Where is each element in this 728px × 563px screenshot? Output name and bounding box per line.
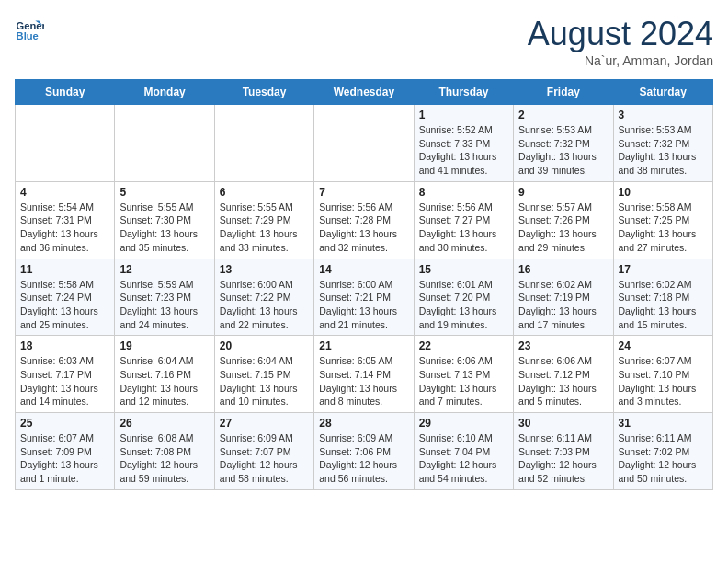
day-info: Sunrise: 6:06 AM Sunset: 7:12 PM Dayligh… bbox=[518, 354, 608, 408]
day-number: 15 bbox=[419, 263, 508, 276]
header-wednesday: Wednesday bbox=[314, 80, 414, 105]
day-cell: 12Sunrise: 5:59 AM Sunset: 7:23 PM Dayli… bbox=[115, 259, 214, 336]
header-thursday: Thursday bbox=[414, 80, 513, 105]
day-cell: 21Sunrise: 6:05 AM Sunset: 7:14 PM Dayli… bbox=[314, 336, 414, 413]
day-info: Sunrise: 5:52 AM Sunset: 7:33 PM Dayligh… bbox=[419, 123, 508, 178]
day-info: Sunrise: 6:10 AM Sunset: 7:04 PM Dayligh… bbox=[419, 431, 508, 486]
day-cell bbox=[314, 105, 414, 182]
day-info: Sunrise: 5:53 AM Sunset: 7:32 PM Dayligh… bbox=[518, 123, 608, 178]
day-cell: 26Sunrise: 6:08 AM Sunset: 7:08 PM Dayli… bbox=[115, 413, 214, 490]
day-info: Sunrise: 5:57 AM Sunset: 7:26 PM Dayligh… bbox=[518, 201, 608, 255]
day-info: Sunrise: 6:09 AM Sunset: 7:07 PM Dayligh… bbox=[220, 431, 309, 486]
header-tuesday: Tuesday bbox=[214, 80, 313, 105]
svg-text:Blue: Blue bbox=[17, 30, 39, 41]
day-number: 29 bbox=[419, 417, 508, 430]
week-row-4: 18Sunrise: 6:03 AM Sunset: 7:17 PM Dayli… bbox=[16, 336, 713, 413]
day-cell bbox=[16, 105, 115, 182]
day-number: 21 bbox=[319, 339, 408, 352]
day-info: Sunrise: 6:08 AM Sunset: 7:08 PM Dayligh… bbox=[119, 431, 209, 486]
day-info: Sunrise: 5:53 AM Sunset: 7:32 PM Dayligh… bbox=[619, 123, 708, 178]
week-row-5: 25Sunrise: 6:07 AM Sunset: 7:09 PM Dayli… bbox=[16, 413, 713, 490]
day-number: 19 bbox=[119, 339, 209, 352]
day-number: 31 bbox=[619, 417, 708, 430]
day-cell: 20Sunrise: 6:04 AM Sunset: 7:15 PM Dayli… bbox=[214, 336, 313, 413]
day-cell: 30Sunrise: 6:11 AM Sunset: 7:03 PM Dayli… bbox=[514, 413, 613, 490]
header-friday: Friday bbox=[514, 80, 613, 105]
day-info: Sunrise: 6:02 AM Sunset: 7:19 PM Dayligh… bbox=[518, 278, 608, 332]
day-number: 4 bbox=[20, 186, 109, 199]
day-number: 10 bbox=[619, 186, 708, 199]
logo-icon: General Blue bbox=[15, 15, 44, 44]
day-number: 22 bbox=[419, 339, 508, 352]
day-info: Sunrise: 5:56 AM Sunset: 7:28 PM Dayligh… bbox=[319, 201, 408, 255]
day-number: 18 bbox=[20, 339, 109, 352]
day-cell: 6Sunrise: 5:55 AM Sunset: 7:29 PM Daylig… bbox=[214, 181, 313, 259]
day-info: Sunrise: 6:07 AM Sunset: 7:10 PM Dayligh… bbox=[619, 354, 708, 408]
day-cell: 19Sunrise: 6:04 AM Sunset: 7:16 PM Dayli… bbox=[115, 336, 214, 413]
day-number: 11 bbox=[20, 263, 109, 276]
day-info: Sunrise: 5:55 AM Sunset: 7:29 PM Dayligh… bbox=[220, 201, 309, 255]
day-info: Sunrise: 6:05 AM Sunset: 7:14 PM Dayligh… bbox=[319, 354, 408, 408]
day-cell: 4Sunrise: 5:54 AM Sunset: 7:31 PM Daylig… bbox=[16, 181, 115, 259]
day-cell: 16Sunrise: 6:02 AM Sunset: 7:19 PM Dayli… bbox=[514, 259, 613, 336]
day-cell: 1Sunrise: 5:52 AM Sunset: 7:33 PM Daylig… bbox=[414, 105, 513, 182]
day-number: 23 bbox=[518, 339, 608, 352]
day-number: 12 bbox=[119, 263, 209, 276]
day-info: Sunrise: 6:11 AM Sunset: 7:03 PM Dayligh… bbox=[518, 431, 608, 486]
day-info: Sunrise: 6:01 AM Sunset: 7:20 PM Dayligh… bbox=[419, 278, 508, 332]
day-cell: 28Sunrise: 6:09 AM Sunset: 7:06 PM Dayli… bbox=[314, 413, 414, 490]
header-saturday: Saturday bbox=[613, 80, 712, 105]
day-info: Sunrise: 6:00 AM Sunset: 7:21 PM Dayligh… bbox=[319, 278, 408, 332]
day-number: 14 bbox=[319, 263, 408, 276]
day-number: 8 bbox=[419, 186, 508, 199]
day-info: Sunrise: 5:58 AM Sunset: 7:24 PM Dayligh… bbox=[20, 278, 109, 332]
day-cell: 10Sunrise: 5:58 AM Sunset: 7:25 PM Dayli… bbox=[613, 181, 712, 259]
day-info: Sunrise: 6:03 AM Sunset: 7:17 PM Dayligh… bbox=[20, 354, 109, 408]
day-number: 13 bbox=[220, 263, 309, 276]
day-cell: 23Sunrise: 6:06 AM Sunset: 7:12 PM Dayli… bbox=[514, 336, 613, 413]
day-number: 28 bbox=[319, 417, 408, 430]
day-info: Sunrise: 6:00 AM Sunset: 7:22 PM Dayligh… bbox=[220, 278, 309, 332]
calendar-header: SundayMondayTuesdayWednesdayThursdayFrid… bbox=[16, 80, 713, 105]
day-info: Sunrise: 6:02 AM Sunset: 7:18 PM Dayligh… bbox=[619, 278, 708, 332]
page-header: General Blue August 2024 Na`ur, Amman, J… bbox=[15, 15, 713, 68]
day-info: Sunrise: 6:04 AM Sunset: 7:15 PM Dayligh… bbox=[220, 354, 309, 408]
day-cell: 14Sunrise: 6:00 AM Sunset: 7:21 PM Dayli… bbox=[314, 259, 414, 336]
day-info: Sunrise: 5:56 AM Sunset: 7:27 PM Dayligh… bbox=[419, 201, 508, 255]
day-cell: 22Sunrise: 6:06 AM Sunset: 7:13 PM Dayli… bbox=[414, 336, 513, 413]
day-info: Sunrise: 6:06 AM Sunset: 7:13 PM Dayligh… bbox=[419, 354, 508, 408]
day-number: 2 bbox=[518, 109, 608, 121]
svg-text:General: General bbox=[17, 20, 44, 31]
day-cell: 9Sunrise: 5:57 AM Sunset: 7:26 PM Daylig… bbox=[514, 181, 613, 259]
day-cell: 17Sunrise: 6:02 AM Sunset: 7:18 PM Dayli… bbox=[613, 259, 712, 336]
day-cell: 2Sunrise: 5:53 AM Sunset: 7:32 PM Daylig… bbox=[514, 105, 613, 182]
day-number: 7 bbox=[319, 186, 408, 199]
header-monday: Monday bbox=[115, 80, 214, 105]
day-cell: 25Sunrise: 6:07 AM Sunset: 7:09 PM Dayli… bbox=[16, 413, 115, 490]
day-info: Sunrise: 5:58 AM Sunset: 7:25 PM Dayligh… bbox=[619, 201, 708, 255]
day-cell: 5Sunrise: 5:55 AM Sunset: 7:30 PM Daylig… bbox=[115, 181, 214, 259]
day-number: 25 bbox=[20, 417, 109, 430]
day-number: 26 bbox=[119, 417, 209, 430]
day-number: 27 bbox=[220, 417, 309, 430]
day-cell: 31Sunrise: 6:11 AM Sunset: 7:02 PM Dayli… bbox=[613, 413, 712, 490]
day-number: 20 bbox=[220, 339, 309, 352]
day-number: 16 bbox=[518, 263, 608, 276]
day-number: 30 bbox=[518, 417, 608, 430]
calendar-body: 1Sunrise: 5:52 AM Sunset: 7:33 PM Daylig… bbox=[16, 105, 713, 490]
day-info: Sunrise: 6:09 AM Sunset: 7:06 PM Dayligh… bbox=[319, 431, 408, 486]
day-number: 17 bbox=[619, 263, 708, 276]
day-cell: 15Sunrise: 6:01 AM Sunset: 7:20 PM Dayli… bbox=[414, 259, 513, 336]
day-number: 24 bbox=[619, 339, 708, 352]
week-row-2: 4Sunrise: 5:54 AM Sunset: 7:31 PM Daylig… bbox=[16, 181, 713, 259]
day-cell: 8Sunrise: 5:56 AM Sunset: 7:27 PM Daylig… bbox=[414, 181, 513, 259]
day-number: 5 bbox=[119, 186, 209, 199]
day-cell: 11Sunrise: 5:58 AM Sunset: 7:24 PM Dayli… bbox=[16, 259, 115, 336]
location: Na`ur, Amman, Jordan bbox=[528, 53, 713, 68]
day-cell: 18Sunrise: 6:03 AM Sunset: 7:17 PM Dayli… bbox=[16, 336, 115, 413]
calendar-table: SundayMondayTuesdayWednesdayThursdayFrid… bbox=[15, 79, 713, 490]
day-number: 3 bbox=[619, 109, 708, 121]
day-cell bbox=[214, 105, 313, 182]
day-cell: 24Sunrise: 6:07 AM Sunset: 7:10 PM Dayli… bbox=[613, 336, 712, 413]
day-number: 6 bbox=[220, 186, 309, 199]
